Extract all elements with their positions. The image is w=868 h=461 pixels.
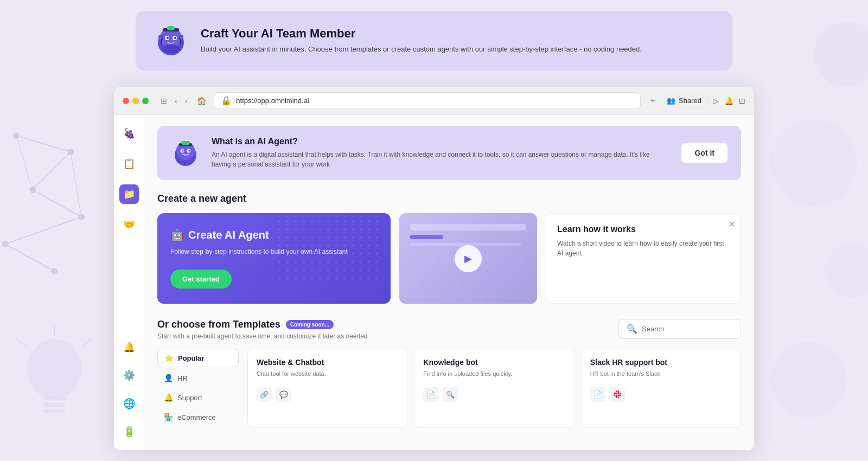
ecommerce-icon: 🏪 bbox=[164, 413, 173, 421]
svg-point-13 bbox=[27, 339, 81, 399]
svg-point-33 bbox=[162, 44, 180, 53]
sidebar-item-integrations[interactable]: 🤝 bbox=[119, 215, 139, 234]
template-card-website-chatbot[interactable]: Website & Chatbot Chat tool for website … bbox=[247, 349, 407, 428]
browser-right-controls: 👥 Shared ▷ 🔔 ⊡ bbox=[661, 94, 745, 107]
traffic-lights bbox=[123, 98, 149, 104]
info-banner-description: An AI agent is a digital assistant that … bbox=[212, 150, 670, 169]
create-ai-emoji: 🤖 bbox=[170, 228, 184, 241]
sidebar-item-home[interactable]: 🍇 bbox=[119, 124, 139, 143]
sidebar-item-settings[interactable]: ⚙️ bbox=[119, 366, 139, 385]
svg-rect-16 bbox=[43, 409, 65, 413]
svg-point-29 bbox=[167, 37, 169, 39]
template-website-chatbot-title: Website & Chatbot bbox=[257, 358, 398, 367]
template-search-container[interactable]: 🔍 bbox=[618, 319, 741, 339]
video-thumbnail-card[interactable]: ▶ bbox=[399, 213, 537, 304]
svg-line-18 bbox=[16, 339, 27, 347]
browser-window: ⊞ ‹ › 🏠 🔒 https://opp.omnimind.ai + 👥 Sh… bbox=[114, 87, 754, 450]
svg-rect-42 bbox=[181, 141, 190, 145]
bell-button[interactable]: 🔔 bbox=[724, 97, 733, 105]
lock-icon: 🔒 bbox=[221, 95, 232, 106]
got-it-button[interactable]: Got it bbox=[681, 143, 728, 163]
sidebar-item-globe[interactable]: 🌐 bbox=[119, 394, 139, 413]
create-section-title: Create a new agent bbox=[157, 193, 741, 204]
popular-icon: ⭐ bbox=[164, 354, 174, 362]
learn-how-card: ✕ Learn how it works Watch a short video… bbox=[546, 213, 741, 304]
learn-card-title: Learn how it works bbox=[557, 225, 730, 234]
shared-label: Shared bbox=[679, 97, 701, 105]
filter-ecommerce[interactable]: 🏪 eCommerce bbox=[157, 408, 239, 426]
svg-point-3 bbox=[78, 214, 85, 220]
minimize-traffic-light[interactable] bbox=[132, 98, 139, 104]
info-banner: What is an AI Agent? An AI agent is a di… bbox=[157, 126, 741, 180]
svg-point-30 bbox=[174, 37, 176, 39]
svg-point-20 bbox=[814, 22, 868, 87]
svg-point-21 bbox=[770, 119, 857, 206]
play-button[interactable]: ▶ bbox=[455, 245, 482, 272]
back-button[interactable]: ‹ bbox=[173, 95, 180, 106]
template-knowledge-bot-desc: Find info in uploaded files quickly. bbox=[423, 370, 565, 378]
sidebar-item-workspace[interactable]: 📁 bbox=[119, 184, 139, 204]
close-traffic-light[interactable] bbox=[123, 98, 129, 104]
home-button[interactable]: 🏠 bbox=[195, 95, 208, 106]
learn-card-close-button[interactable]: ✕ bbox=[728, 219, 735, 229]
svg-point-40 bbox=[182, 150, 184, 152]
shared-button[interactable]: 👥 Shared bbox=[661, 94, 707, 107]
banner-mascot bbox=[152, 22, 190, 60]
filter-hr-label: HR bbox=[177, 374, 188, 382]
svg-line-6 bbox=[16, 136, 71, 152]
svg-point-0 bbox=[13, 132, 20, 139]
link-icon-badge: 🔗 bbox=[257, 387, 272, 402]
templates-title-area: Or choose from Templates Coming soon... … bbox=[157, 319, 618, 340]
browser-nav-controls: ⊞ ‹ › bbox=[158, 95, 189, 106]
browser-chrome: ⊞ ‹ › 🏠 🔒 https://opp.omnimind.ai + 👥 Sh… bbox=[114, 87, 754, 115]
svg-point-1 bbox=[67, 149, 74, 155]
filter-hr[interactable]: 👤 HR bbox=[157, 369, 239, 387]
templates-subtitle: Start with a pre-built agent to save tim… bbox=[157, 332, 618, 340]
template-slack-hr-desc: HR bot in the team's Slack bbox=[590, 370, 732, 378]
forward-button[interactable]: › bbox=[183, 95, 190, 106]
info-banner-title: What is an AI Agent? bbox=[212, 137, 670, 146]
svg-line-11 bbox=[16, 136, 33, 190]
template-card-slack-hr-bot[interactable]: Slack HR support bot HR bot in the team'… bbox=[581, 349, 741, 428]
sidebar-item-notifications[interactable]: 🔔 bbox=[119, 337, 139, 357]
video-thumbnail: ▶ bbox=[399, 213, 537, 304]
sidebar-item-agents[interactable]: 📋 bbox=[119, 154, 139, 174]
svg-point-41 bbox=[189, 150, 190, 152]
svg-rect-44 bbox=[277, 219, 385, 284]
grid-view-button[interactable]: ⊞ bbox=[158, 95, 169, 106]
svg-rect-34 bbox=[167, 26, 175, 30]
svg-point-4 bbox=[2, 241, 9, 247]
new-tab-button[interactable]: + bbox=[650, 96, 655, 106]
svg-line-10 bbox=[5, 244, 54, 271]
template-website-chatbot-desc: Chat tool for website data. bbox=[257, 370, 398, 378]
template-knowledge-bot-title: Knowledge bot bbox=[423, 358, 565, 367]
filter-support[interactable]: 🔔 Support bbox=[157, 389, 239, 406]
maximize-traffic-light[interactable] bbox=[142, 98, 149, 104]
learn-card-description: Watch a short video to learn how to easi… bbox=[557, 239, 730, 258]
svg-point-22 bbox=[825, 244, 868, 298]
templates-title-row: Or choose from Templates Coming soon... bbox=[157, 319, 618, 330]
create-ai-agent-card[interactable]: 🤖 Create AI Agent Follow step-by-step in… bbox=[157, 213, 391, 304]
svg-line-7 bbox=[33, 152, 71, 190]
create-cards-container: 🤖 Create AI Agent Follow step-by-step in… bbox=[157, 213, 741, 304]
url-text: https://opp.omnimind.ai bbox=[236, 97, 309, 105]
sidebar-item-battery[interactable]: 🔋 bbox=[119, 422, 139, 441]
info-banner-text: What is an AI Agent? An AI agent is a di… bbox=[212, 137, 670, 169]
search-input[interactable] bbox=[642, 325, 733, 333]
address-bar[interactable]: 🔒 https://opp.omnimind.ai bbox=[214, 92, 640, 109]
shared-icon: 👥 bbox=[667, 97, 675, 105]
filter-ecommerce-label: eCommerce bbox=[177, 413, 216, 421]
template-card-knowledge-bot[interactable]: Knowledge bot Find info in uploaded file… bbox=[414, 349, 574, 428]
filter-popular[interactable]: ⭐ Popular bbox=[157, 349, 239, 367]
svg-point-2 bbox=[29, 187, 36, 193]
banner-description: Build your AI assistant in minutes. Choo… bbox=[201, 44, 642, 55]
split-view-button[interactable]: ⊡ bbox=[739, 97, 745, 105]
doc-icon-badge: 📄 bbox=[423, 387, 438, 402]
main-content: What is an AI Agent? An AI agent is a di… bbox=[144, 115, 754, 450]
chat-icon-badge: 💬 bbox=[276, 387, 291, 402]
templates-grid: Website & Chatbot Chat tool for website … bbox=[247, 349, 741, 428]
get-started-button[interactable]: Get started bbox=[170, 270, 232, 289]
svg-point-5 bbox=[51, 268, 58, 274]
cast-button[interactable]: ▷ bbox=[713, 97, 719, 105]
svg-rect-14 bbox=[43, 396, 65, 400]
